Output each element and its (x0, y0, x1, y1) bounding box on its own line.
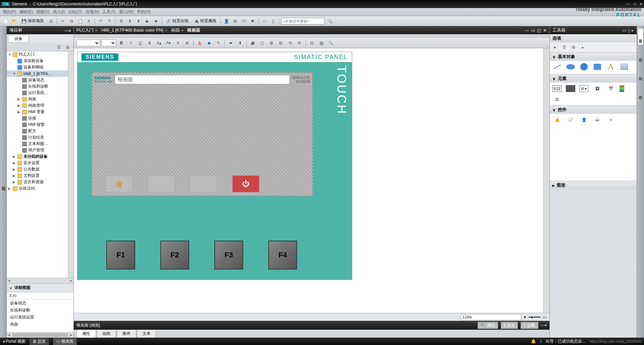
portal-view-button[interactable]: ◂ Portal 视图 (3, 339, 25, 344)
crumb-4[interactable]: 根画面 (187, 28, 200, 33)
graphic-io-icon[interactable]: 🖼 (593, 85, 602, 92)
tree-node[interactable]: 运行系统… (7, 90, 73, 96)
maximize-icon[interactable]: ▭ (633, 2, 637, 6)
alarm-view-icon[interactable]: ⚠️ (552, 116, 562, 123)
tree-node[interactable]: ▶在线访问 (7, 185, 73, 192)
status-tab-overview[interactable]: ⊞ 总览 (30, 338, 49, 345)
delete-icon[interactable]: ✕ (85, 17, 93, 25)
softkey-2[interactable] (148, 176, 175, 192)
fkey-3[interactable]: F3 (214, 241, 243, 269)
fkey-4[interactable]: F4 (268, 241, 297, 269)
grid-icon[interactable]: ⊡ (308, 39, 316, 47)
underline-icon[interactable]: U (136, 39, 144, 47)
crumb-1[interactable]: PLC入门 (76, 28, 94, 33)
expand-icon[interactable]: ▸ (579, 44, 587, 51)
tree-node[interactable]: 配方 (7, 128, 73, 134)
minimize-icon[interactable]: — (626, 2, 630, 6)
split-h-icon[interactable]: ▭ (261, 17, 268, 25)
halign-icon[interactable]: ⬌ (227, 39, 235, 47)
screen-title-field[interactable]: 根画面 (115, 75, 290, 84)
fontdec-icon[interactable]: A▾ (164, 39, 172, 47)
save-button[interactable]: 💾 保存项目 (19, 17, 46, 25)
tree-node[interactable]: 连接 (7, 115, 73, 121)
editor-max-icon[interactable]: ▭ (531, 28, 535, 33)
fkey-1[interactable]: F1 (106, 241, 135, 269)
new-project-icon[interactable]: 📄 (2, 17, 9, 25)
tree-node[interactable]: ▶画面 (7, 96, 73, 102)
tree-hscroll[interactable]: ◂▸ (7, 278, 73, 283)
detail-row[interactable]: 设备组态 (7, 300, 73, 307)
tree-node[interactable]: 设备组态 (7, 77, 73, 83)
status-notify-icon[interactable]: 🔔 (531, 339, 536, 344)
tree-node[interactable]: ▶未分组的设备 (7, 153, 73, 160)
toolbox-close-icon[interactable]: ▸ (632, 28, 634, 33)
tree-node[interactable]: ▶公共数据 (7, 166, 73, 172)
editor-min-icon[interactable]: — (525, 28, 529, 33)
detail-view-header[interactable]: ∨详细视图 (7, 283, 73, 292)
hmi-canvas[interactable]: SIEMENS SIMATIC PANEL TOUCH SIEMENS SIMA… (74, 48, 543, 313)
zoom-slider[interactable]: ━●━━━ (529, 315, 540, 319)
toolbox-pin-icon[interactable]: ▭ (623, 28, 627, 33)
search-go-icon[interactable]: 🔍 (326, 17, 333, 25)
elements-header[interactable]: ∨ 元素 (550, 75, 637, 83)
tab-animations[interactable]: 动画 (97, 330, 116, 338)
tree-node[interactable]: ▶语言和资源 (7, 179, 73, 185)
italic-icon[interactable]: I (127, 39, 135, 47)
tree-node[interactable]: 添加新设备 (7, 58, 73, 64)
menu-item[interactable]: 工具(T) (102, 9, 115, 15)
tree-node[interactable]: ▼HMI_1 [KTP4… (7, 70, 73, 77)
compile-icon[interactable]: ⚙ (117, 17, 125, 25)
align-center-icon[interactable]: ≣ (183, 39, 191, 47)
status-tab-screen[interactable]: ▭ 根画面 (53, 338, 77, 345)
go-offline-button[interactable]: 🔌 转至离线 (192, 17, 218, 25)
download-icon[interactable]: ⬇ (126, 17, 133, 25)
crumb-3[interactable]: 画面 (171, 28, 180, 33)
left-gutter[interactable]: 可视区 (0, 26, 7, 338)
tree-node[interactable]: 计划任务 (7, 134, 73, 141)
zoom-icon[interactable]: 🔍 (327, 39, 335, 47)
close-x-icon[interactable]: ✖ (249, 17, 256, 25)
accessible-icon[interactable]: 👤 (223, 17, 230, 25)
strike-icon[interactable]: S̶ (146, 39, 154, 47)
canvas-vscroll[interactable] (543, 48, 549, 313)
circle-shape[interactable] (579, 63, 589, 70)
controls-header[interactable]: ∨ 控件 (550, 106, 637, 114)
rotate-l-icon[interactable]: ⟲ (286, 39, 294, 47)
tab-events[interactable]: 事件 (117, 330, 136, 338)
ungroup-icon[interactable]: ⊟ (277, 39, 285, 47)
button-element-icon[interactable] (566, 85, 575, 92)
devices-tab[interactable]: 设备 (8, 35, 29, 43)
datetime-icon[interactable]: 📅 (606, 85, 615, 92)
softkey-home[interactable] (106, 176, 132, 192)
fill-color-icon[interactable]: ◆ (205, 39, 213, 47)
list-icon[interactable]: ☰ (560, 44, 568, 51)
layer-icon[interactable]: ▤ (317, 39, 325, 47)
tree-node[interactable]: 在线和诊断 (7, 83, 73, 90)
zoom-fit-icon[interactable]: ▭ (543, 315, 547, 319)
zoom-select[interactable] (461, 314, 521, 320)
print-icon[interactable]: 🖨 (47, 17, 55, 25)
tree-node[interactable]: HMI 报警 (7, 121, 73, 128)
crumb-2[interactable]: HMI_1 [KTP400 Basic color PN] (101, 28, 163, 33)
graphics-header[interactable]: ▸ 图形 (550, 181, 637, 189)
undo-icon[interactable]: ↶ (97, 17, 104, 25)
send-back-icon[interactable]: ▢ (258, 39, 266, 47)
upload-icon[interactable]: ⬆ (135, 17, 142, 25)
search-input[interactable] (281, 18, 325, 24)
basic-objects-header[interactable]: ∨ 基本对象 (550, 53, 637, 61)
valign-icon[interactable]: ⬍ (236, 39, 244, 47)
tab-properties[interactable]: 属性 (76, 330, 96, 338)
image-shape[interactable] (620, 63, 629, 70)
stop-icon[interactable]: ■ (152, 17, 160, 25)
softkey-stop[interactable]: ⏻ (232, 176, 259, 192)
tree-node[interactable]: ▶文档设置 (7, 172, 73, 179)
hmi-screen[interactable]: SIEMENS SIMATIC HMI 根画面 2000/12/31 10:59… (92, 72, 313, 196)
simulate-icon[interactable]: ▶ (144, 17, 151, 25)
switch-icon[interactable]: ⊡ (552, 96, 562, 103)
ellipse-shape[interactable] (566, 63, 575, 70)
tag-icon[interactable]: 🏷 (240, 17, 248, 25)
bar-icon[interactable] (620, 85, 624, 92)
project-tree[interactable]: ▼PLC入门添加新设备设备和网络▼HMI_1 [KTP4…设备组态在线和诊断运行… (7, 51, 73, 278)
menu-item[interactable]: 项目(P) (3, 9, 16, 15)
cut-icon[interactable]: ✂ (59, 17, 66, 25)
